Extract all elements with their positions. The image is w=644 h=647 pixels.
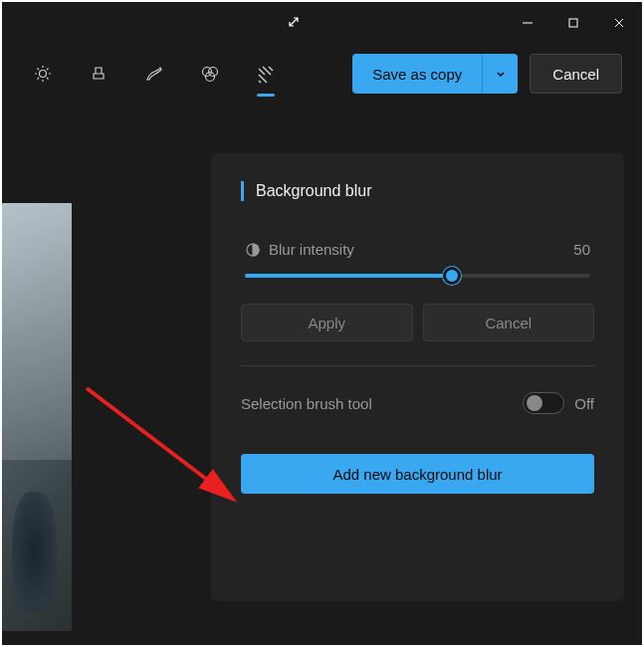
svg-line-12 [47, 69, 49, 71]
intensity-row: Blur intensity 50 [241, 241, 594, 258]
svg-line-16 [259, 69, 265, 75]
slider-thumb[interactable] [443, 267, 461, 285]
intensity-slider[interactable] [245, 274, 590, 278]
svg-line-11 [38, 78, 40, 80]
window-controls [505, 2, 642, 44]
save-as-copy-button[interactable]: Save as copy [352, 54, 482, 94]
image-preview [2, 104, 72, 645]
app-window: Save as copy Cancel Background blur Blur… [2, 2, 642, 645]
brush-label: Selection brush tool [241, 395, 372, 412]
save-dropdown-button[interactable] [482, 54, 518, 94]
maximize-button[interactable] [550, 2, 596, 44]
svg-line-10 [47, 78, 49, 80]
content-area: Background blur Blur intensity 50 Apply … [2, 104, 642, 645]
panel-cancel-button[interactable]: Cancel [423, 304, 595, 341]
expand-diagonal-icon[interactable] [288, 14, 300, 32]
titlebar [2, 2, 642, 44]
svg-line-9 [38, 69, 40, 71]
toggle-state-label: Off [574, 395, 594, 412]
brightness-icon[interactable] [32, 63, 54, 85]
save-button-group: Save as copy [352, 54, 518, 94]
background-blur-panel: Background blur Blur intensity 50 Apply … [211, 153, 624, 601]
accent-bar [241, 181, 244, 201]
intensity-label-text: Blur intensity [269, 241, 354, 258]
add-background-blur-button[interactable]: Add new background blur [241, 454, 594, 494]
svg-point-4 [40, 71, 47, 78]
panel-title: Background blur [241, 181, 594, 201]
panel-title-text: Background blur [256, 182, 372, 200]
intensity-value: 50 [573, 241, 590, 258]
brush-icon[interactable] [88, 63, 109, 85]
toggle-knob [527, 395, 542, 411]
svg-rect-1 [569, 19, 577, 27]
toolbar: Save as copy Cancel [2, 44, 642, 104]
apply-button[interactable]: Apply [241, 304, 413, 341]
brush-tool-row: Selection brush tool Off [241, 392, 594, 414]
svg-line-20 [259, 81, 261, 83]
contrast-icon [245, 242, 261, 258]
close-button[interactable] [596, 2, 642, 44]
svg-line-18 [269, 67, 273, 71]
brush-toggle[interactable] [523, 392, 564, 414]
preview-image [2, 203, 72, 631]
slider-fill [245, 274, 452, 278]
divider [241, 365, 594, 366]
eraser-icon[interactable] [143, 63, 165, 85]
blur-icon[interactable] [255, 63, 277, 85]
minimize-button[interactable] [505, 2, 550, 44]
filter-icon[interactable] [199, 63, 221, 85]
cancel-button[interactable]: Cancel [530, 54, 622, 94]
